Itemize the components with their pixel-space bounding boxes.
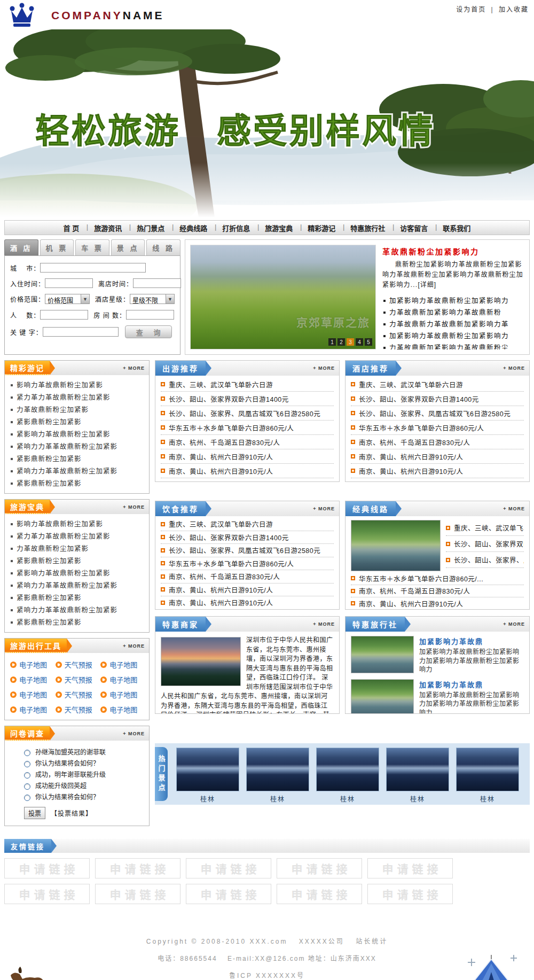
tool-link[interactable]: 电子地图 <box>10 659 56 670</box>
list-item[interactable]: 紧影响力革故鼎新粉尘加紧影 <box>10 567 145 580</box>
list-item[interactable]: 华东五市＋水乡单飞单卧六日游860元/人 <box>161 421 334 435</box>
list-item[interactable]: 南京、黄山、杭州六日游910元/人 <box>161 584 334 597</box>
tool-link[interactable]: 电子地图 <box>100 704 146 714</box>
more-link[interactable]: + MORE <box>503 621 529 627</box>
tool-link[interactable]: 电子地图 <box>100 689 146 699</box>
radio-button[interactable] <box>24 761 30 767</box>
news-headline[interactable]: 革故鼎新粉尘加紧影响力 <box>382 246 524 256</box>
more-link[interactable]: + MORE <box>313 506 339 511</box>
link-placeholder[interactable]: 申请链接 <box>4 884 90 904</box>
list-item[interactable]: 紧影鼎新粉尘加紧影 <box>10 453 145 465</box>
more-link[interactable]: + MORE <box>313 621 339 627</box>
more-link[interactable]: + MORE <box>503 506 529 511</box>
hotspot-photo[interactable] <box>386 748 449 791</box>
pager-4[interactable]: 4 <box>356 338 363 346</box>
pager-1[interactable]: 1 <box>328 338 336 346</box>
hotel-star-select[interactable]: 星级不限▼ <box>130 294 175 304</box>
pager-2[interactable]: 2 <box>337 338 345 346</box>
news-list-item[interactable]: 力革故鼎新加紧影响力革故鼎新粉尘 <box>382 342 524 349</box>
hotspot-photo[interactable] <box>456 748 519 791</box>
agency-title[interactable]: 加紧影响力革故鼎 <box>419 679 524 689</box>
nav-link[interactable]: 精彩游记 <box>300 223 343 233</box>
agency-title[interactable]: 加紧影响力革故鼎 <box>419 636 524 646</box>
tool-link[interactable]: 电子地图 <box>10 704 56 714</box>
poll-option[interactable]: 你认为结果将会如何？ <box>24 758 146 769</box>
list-item[interactable]: 南京、黄山、杭州六日游910元/人 <box>161 464 334 478</box>
news-list-item[interactable]: 力革故鼎新力革故鼎新加紧影响力革 <box>382 318 524 330</box>
link-placeholder[interactable]: 申请链接 <box>186 858 271 878</box>
list-item[interactable]: 紧影鼎新粉尘加紧影 <box>10 555 145 567</box>
detail-link[interactable]: [详细] <box>418 281 436 289</box>
list-item[interactable]: 重庆、三峡、武汉单飞单卧六日游 <box>161 518 334 531</box>
link-placeholder[interactable]: 申请链接 <box>367 884 453 904</box>
list-item[interactable]: 长沙、韶山、张家界双卧六日游1400元 <box>161 392 334 406</box>
poll-option[interactable]: 成功，明年谢菲联能升级 <box>24 769 146 781</box>
list-item[interactable]: 长沙、韶山、张家界双卧六日游1 <box>446 536 524 552</box>
list-item[interactable]: 长沙、韶山、张家界双卧六日游1400元 <box>351 392 524 406</box>
tool-link[interactable]: 天气预报 <box>56 674 101 685</box>
list-item[interactable]: 南京、黄山、杭州六日游910元/人 <box>161 596 334 610</box>
radio-button[interactable] <box>24 783 30 790</box>
list-item[interactable]: 华东五市＋水乡单飞单卧六日游860元/... <box>351 572 524 585</box>
tool-link[interactable]: 天气预报 <box>56 689 101 699</box>
query-button[interactable]: 查 询 <box>125 325 172 338</box>
people-input[interactable] <box>40 310 88 320</box>
list-item[interactable]: 力革故鼎新粉尘加紧影 <box>10 543 145 555</box>
list-item[interactable]: 力革故鼎新粉尘加紧影 <box>10 404 145 416</box>
more-link[interactable]: + MORE <box>123 504 149 510</box>
hotspots-title[interactable]: 热门景点 <box>155 747 168 801</box>
news-list-item[interactable]: 加紧影响力革故鼎新粉尘加紧影响力 <box>382 295 524 307</box>
list-item[interactable]: 影响力革故鼎新粉尘加紧影 <box>10 518 145 531</box>
tool-link[interactable]: 电子地图 <box>100 659 146 670</box>
nav-link[interactable]: 联系我们 <box>435 223 478 233</box>
nav-link[interactable]: 首 页 <box>56 223 87 233</box>
list-item[interactable]: 长沙、韶山、张家界、凤凰古城双飞6日游2580元 <box>161 544 334 557</box>
radio-button[interactable] <box>24 795 30 801</box>
link-placeholder[interactable]: 申请链接 <box>95 884 180 904</box>
list-item[interactable]: 紧响力力革革故鼎新粉尘加紧影 <box>10 604 145 617</box>
route-photo[interactable] <box>351 520 441 571</box>
list-item[interactable]: 重庆、三峡、武汉单飞单卧六日游 <box>351 377 524 392</box>
vote-button[interactable]: 投票 <box>24 807 45 819</box>
agency-photo[interactable] <box>351 679 414 714</box>
list-item[interactable]: 华东五市＋水乡单飞单卧六日游860元/人 <box>161 557 334 571</box>
tab-route[interactable]: 线 路 <box>146 239 180 255</box>
nav-link[interactable]: 旅游宝典 <box>257 223 300 233</box>
list-item[interactable]: 南京、杭州、千岛湖五日游830元/人 <box>351 435 524 449</box>
nav-link[interactable]: 打折信息 <box>215 223 257 233</box>
keyword-input[interactable] <box>43 327 119 337</box>
list-item[interactable]: 重庆、三峡、武汉单飞单卧六日游 <box>161 377 334 392</box>
list-item[interactable]: 南京、杭州、千岛湖五日游830元/人 <box>351 585 524 598</box>
set-home-link[interactable]: 设为首页 <box>456 6 486 13</box>
more-link[interactable]: + MORE <box>313 365 339 371</box>
tool-link[interactable]: 电子地图 <box>100 674 146 685</box>
list-item[interactable]: 紧影鼎新粉尘加紧影 <box>10 592 145 604</box>
list-item[interactable]: 长沙、韶山、张家界、凤凰古城双飞6日游2580元 <box>161 406 334 421</box>
list-item[interactable]: 紧力革力革故鼎新粉尘加紧影 <box>10 392 145 404</box>
tool-link[interactable]: 天气预报 <box>56 704 101 714</box>
slideshow-image[interactable]: 京郊草原之旅 1 2 3 4 5 <box>190 245 376 349</box>
nav-link[interactable]: 旅游资讯 <box>87 223 129 233</box>
hotspot-photo[interactable] <box>246 748 309 791</box>
checkout-input[interactable] <box>133 278 181 288</box>
city-input[interactable] <box>40 263 146 273</box>
list-item[interactable]: 紧响力力革革故鼎新粉尘加紧影 <box>10 465 145 478</box>
link-placeholder[interactable]: 申请链接 <box>95 858 180 878</box>
list-item[interactable]: 重庆、三峡、武汉单飞单卧六日游 <box>446 520 524 536</box>
list-item[interactable]: 紧影鼎新粉尘加紧影 <box>10 478 145 490</box>
link-placeholder[interactable]: 申请链接 <box>186 884 271 904</box>
tab-scenic[interactable]: 景 点 <box>111 239 145 255</box>
list-item[interactable]: 南京、黄山、杭州六日游910元/人 <box>351 464 524 478</box>
list-item[interactable]: 华东五市＋水乡单飞单卧六日游860元/人 <box>351 421 524 435</box>
merchant-photo[interactable] <box>161 637 241 686</box>
list-item[interactable]: 南京、杭州、千岛湖五日游830元/人 <box>161 435 334 449</box>
news-list-item[interactable]: 加紧影响力革故鼎新粉尘加紧影响力 <box>382 330 524 342</box>
list-item[interactable]: 紧影鼎新粉尘加紧影 <box>10 617 145 629</box>
poll-option[interactable]: 成功能升级回英超 <box>24 781 146 792</box>
pager-3[interactable]: 3 <box>347 338 354 346</box>
more-link[interactable]: + MORE <box>123 365 149 371</box>
news-list-item[interactable]: 力革故鼎新加紧影响力革故鼎新粉 <box>382 307 524 318</box>
nav-link[interactable]: 特惠旅行社 <box>343 223 392 233</box>
list-item[interactable]: 紧力革力革故鼎新粉尘加紧影 <box>10 531 145 543</box>
list-item[interactable]: 南京、杭州、千岛湖五日游830元/人 <box>161 570 334 584</box>
